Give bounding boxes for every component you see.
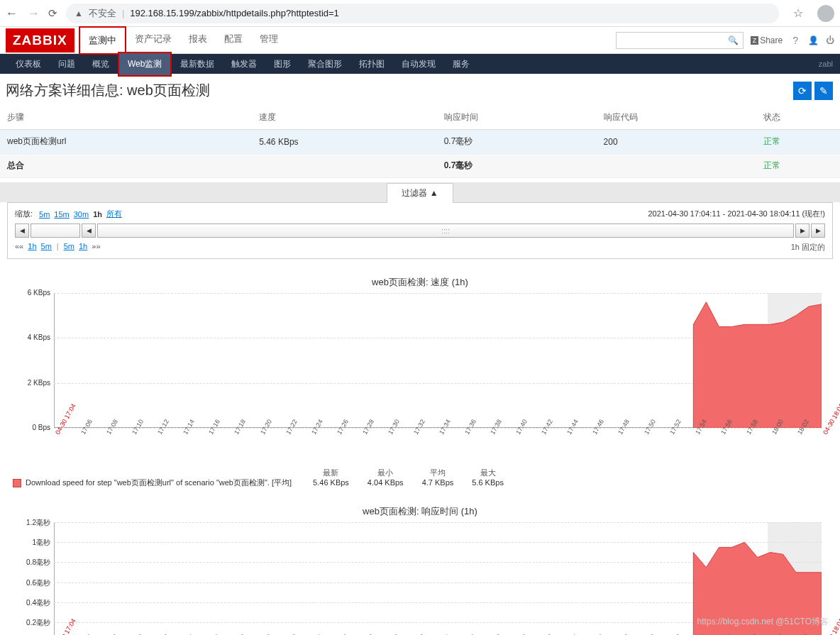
subnav-screens[interactable]: 聚合图形 (299, 53, 350, 75)
reload-icon[interactable]: ⟳ (48, 7, 57, 20)
menu-config[interactable]: 配置 (216, 26, 251, 55)
slider-handle-left-icon[interactable]: ◀ (82, 223, 96, 238)
slider-right-icon[interactable]: ▶ (811, 223, 825, 238)
time-range: 2021-04-30 17:04:11 - 2021-04-30 18:04:1… (648, 209, 826, 219)
slider-handle-right-icon[interactable]: ▶ (795, 223, 809, 238)
legend-swatch (13, 479, 21, 487)
zoom-30m[interactable]: 30m (74, 210, 89, 219)
filter-toggle[interactable]: 过滤器 ▲ (387, 183, 453, 203)
th-speed: 速度 (252, 106, 436, 130)
browser-bar: ← → ⟳ ▲ 不安全 | 192.168.15.199/zabbix/http… (0, 0, 840, 27)
subnav-problems[interactable]: 问题 (50, 53, 84, 75)
nav-back-5m[interactable]: 5m (41, 242, 52, 253)
menu-admin[interactable]: 管理 (251, 26, 287, 55)
logout-icon[interactable]: ⏻ (826, 35, 834, 45)
profile-avatar[interactable] (817, 5, 834, 22)
url-text: 192.168.15.199/zabbix/httpdetails.php?ht… (130, 8, 339, 18)
search-input[interactable]: 🔍 (616, 32, 744, 49)
subnav-graphs[interactable]: 图形 (265, 53, 299, 75)
back-icon[interactable]: ← (6, 6, 18, 21)
table-row[interactable]: web页面检测url 5.46 KBps 0.7毫秒 200 正常 (0, 130, 840, 154)
address-bar[interactable]: ▲ 不安全 | 192.168.15.199/zabbix/httpdetail… (66, 4, 779, 23)
forward-icon[interactable]: → (28, 6, 40, 21)
subnav-overview[interactable]: 概览 (84, 53, 118, 75)
edit-button[interactable]: ✎ (814, 82, 833, 100)
logo[interactable]: ZABBIX (6, 28, 74, 53)
slider-left-icon[interactable]: ◀ (15, 223, 29, 238)
page-title: 网络方案详细信息: web页面检测 (6, 81, 790, 100)
share-button[interactable]: ZShare (751, 35, 783, 45)
th-respcode: 响应代码 (597, 106, 756, 130)
refresh-button[interactable]: ⟳ (793, 82, 812, 100)
subnav-right: zabl (819, 60, 840, 68)
bookmark-icon[interactable]: ☆ (788, 6, 809, 20)
nav-last[interactable]: »» (92, 242, 100, 253)
nav-back-1h[interactable]: 1h (28, 242, 36, 253)
main-header: ZABBIX 监测中 资产记录 报表 配置 管理 🔍 ZShare ? 👤 ⏻ (0, 27, 840, 54)
resptime-graph: web页面检测: 响应时间 (1h) 1.2毫秒1毫秒0.8毫秒0.6毫秒0.4… (7, 498, 833, 635)
subnav-dashboard[interactable]: 仪表板 (7, 53, 50, 75)
steps-table: 步骤 速度 响应时间 响应代码 状态 web页面检测url 5.46 KBps … (0, 106, 840, 178)
time-panel: 缩放: 5m 15m 30m 1h 所有 2021-04-30 17:04:11… (7, 202, 833, 259)
th-step: 步骤 (0, 106, 252, 130)
subnav-maps[interactable]: 拓扑图 (350, 53, 393, 75)
menu-inventory[interactable]: 资产记录 (126, 26, 180, 55)
sub-nav: 仪表板 问题 概览 Web监测 最新数据 触发器 图形 聚合图形 拓扑图 自动发… (0, 54, 840, 74)
th-resptime: 响应时间 (437, 106, 597, 130)
subnav-discovery[interactable]: 自动发现 (393, 53, 444, 75)
graph-title: web页面检测: 响应时间 (1h) (11, 505, 829, 518)
filter-bar: 过滤器 ▲ (0, 182, 840, 202)
zoom-5m[interactable]: 5m (39, 210, 50, 219)
user-icon[interactable]: 👤 (808, 35, 819, 45)
th-status: 状态 (756, 106, 840, 130)
subnav-latest[interactable]: 最新数据 (172, 53, 223, 75)
subnav-triggers[interactable]: 触发器 (223, 53, 265, 75)
speed-graph: web页面检测: 速度 (1h) 6 KBps4 KBps2 KBps0 Bps… (7, 269, 833, 462)
subnav-services[interactable]: 服务 (444, 53, 478, 75)
insecure-label: 不安全 (89, 7, 116, 20)
zoom-15m[interactable]: 15m (54, 210, 69, 219)
menu-reports[interactable]: 报表 (180, 26, 216, 55)
search-icon: 🔍 (728, 35, 739, 45)
insecure-icon: ▲ (74, 9, 83, 18)
nav-fwd-5m[interactable]: 5m (64, 242, 74, 253)
graph-title: web页面检测: 速度 (1h) (11, 276, 829, 289)
table-row: 总合 0.7毫秒 正常 (0, 154, 840, 178)
nav-first[interactable]: «« (15, 242, 23, 253)
help-icon[interactable]: ? (792, 35, 798, 46)
subnav-web[interactable]: Web监测 (118, 52, 172, 77)
nav-fixed: 1h 固定的 (791, 242, 825, 253)
zoom-all[interactable]: 所有 (106, 209, 122, 219)
zoom-label: 缩放: (15, 209, 33, 219)
speed-legend: Download speed for step "web页面检测url" of … (13, 468, 840, 488)
top-menu: 监测中 资产记录 报表 配置 管理 (79, 26, 287, 55)
menu-monitoring[interactable]: 监测中 (79, 26, 126, 55)
zoom-1h[interactable]: 1h (93, 210, 102, 219)
nav-fwd-1h[interactable]: 1h (79, 242, 87, 253)
time-slider[interactable]: ◀ ◀ :::: ▶ ▶ (15, 223, 825, 238)
